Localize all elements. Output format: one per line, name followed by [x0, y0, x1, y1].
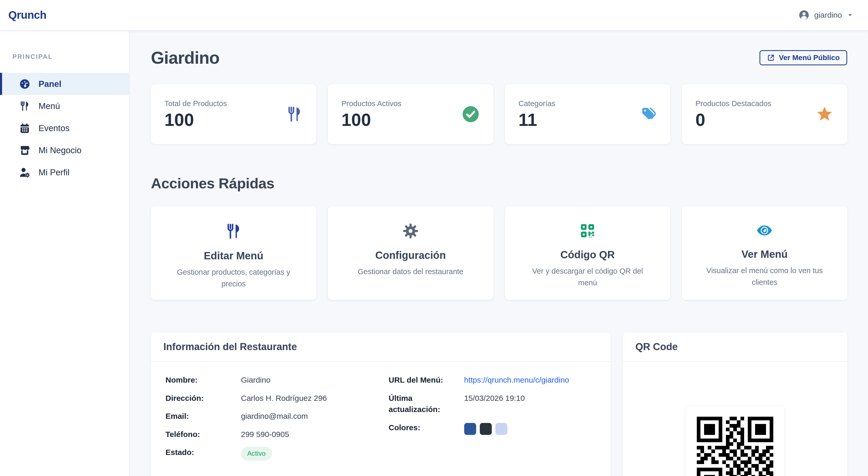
- sidebar-item-mi-perfil[interactable]: Mi Perfil: [0, 161, 129, 183]
- action-card-ver-menu[interactable]: Ver Menú Visualizar el menú como lo ven …: [682, 206, 847, 300]
- action-subtitle: Ver y descargar el código QR del menú: [523, 265, 653, 289]
- stat-label: Total de Productos: [164, 99, 227, 108]
- qr-code-heading: QR Code: [636, 341, 835, 352]
- action-title: Código QR: [560, 249, 615, 261]
- action-card-configuracion[interactable]: Configuración Gestionar datos del restau…: [328, 206, 493, 300]
- sidebar-item-eventos[interactable]: Eventos: [0, 117, 129, 139]
- info-column-left: Nombre: Giardino Dirección: Carlos H. Ro…: [165, 374, 373, 461]
- sidebar-item-label: Mi Negocio: [38, 146, 82, 155]
- sidebar-section-label: PRINCIPAL: [0, 53, 129, 60]
- sidebar-item-label: Menú: [38, 101, 60, 111]
- info-row-ultima-actualizacion: Última actualización: 15/03/2026 19:10: [389, 392, 596, 415]
- sidebar-item-mi-negocio[interactable]: Mi Negocio: [0, 139, 129, 161]
- stat-value: 0: [695, 110, 772, 129]
- qr-code-image: [697, 417, 773, 476]
- restaurant-info-panel: Información del Restaurante Nombre: Giar…: [151, 332, 611, 476]
- restaurant-info-heading: Información del Restaurante: [163, 341, 598, 352]
- action-card-codigo-qr[interactable]: Código QR Ver y descargar el código QR d…: [505, 206, 670, 300]
- gear-icon: [402, 222, 419, 240]
- stat-label: Productos Activos: [341, 99, 401, 108]
- sidebar-item-menu[interactable]: Menú: [0, 95, 129, 117]
- status-badge: Activo: [241, 447, 272, 461]
- qrcode-icon: [579, 222, 596, 239]
- page-title: Giardino: [151, 48, 219, 68]
- tags-icon: [641, 106, 657, 123]
- color-swatch: [464, 423, 476, 435]
- stat-card-productos-activos: Productos Activos 100: [328, 84, 493, 144]
- stat-label: Categorías: [519, 99, 556, 108]
- info-row-url-menu: URL del Menú: https://qrunch.menu/c/giar…: [389, 374, 596, 386]
- sidebar: PRINCIPAL Panel: [0, 31, 130, 476]
- sidebar-item-panel[interactable]: Panel: [0, 73, 129, 95]
- qr-code-panel: QR Code: [623, 332, 847, 476]
- menu-url-link[interactable]: https://qrunch.menu/c/giardino: [464, 376, 569, 384]
- stats-row: Total de Productos 100 Productos Activ: [151, 84, 847, 144]
- info-row-email: Email: giardino@mail.com: [165, 410, 373, 422]
- main-content: Giardino Ver Menú Público Total de Produ…: [130, 31, 868, 476]
- eye-icon: [755, 222, 774, 239]
- stat-label: Productos Destacados: [695, 99, 772, 108]
- sidebar-item-label: Mi Perfil: [38, 167, 69, 178]
- color-swatch: [495, 423, 507, 435]
- info-row-estado: Estado: Activo: [165, 447, 373, 461]
- view-public-menu-label: Ver Menú Público: [779, 54, 840, 62]
- user-gear-icon: [19, 167, 31, 178]
- stat-card-total-productos: Total de Productos 100: [151, 84, 316, 144]
- calendar-icon: [19, 123, 31, 134]
- utensils-icon: [286, 105, 303, 123]
- action-card-editar-menu[interactable]: Editar Menú Gestionar productos, categor…: [151, 206, 316, 300]
- color-swatches: [464, 423, 507, 435]
- user-menu-label: giardino: [814, 11, 842, 20]
- info-column-right: URL del Menú: https://qrunch.menu/c/giar…: [389, 374, 596, 461]
- top-bar: Qrunch giardino: [0, 0, 868, 31]
- sidebar-item-label: Eventos: [38, 123, 69, 133]
- store-icon: [19, 145, 31, 156]
- person-circle-icon: [799, 10, 809, 21]
- brand-logo[interactable]: Qrunch: [8, 9, 46, 21]
- external-link-icon: [767, 54, 775, 62]
- action-subtitle: Gestionar productos, categorías y precio…: [168, 266, 299, 290]
- stat-card-productos-destacados: Productos Destacados 0: [682, 84, 847, 144]
- utensils-icon: [225, 222, 242, 240]
- color-swatch: [480, 423, 492, 435]
- info-row-nombre: Nombre: Giardino: [165, 374, 373, 386]
- check-circle-icon: [462, 105, 480, 123]
- info-row-direccion: Dirección: Carlos H. Rodríguez 296: [165, 392, 373, 404]
- quick-actions-row: Editar Menú Gestionar productos, categor…: [151, 206, 847, 300]
- sidebar-item-label: Panel: [38, 79, 61, 89]
- stat-value: 100: [341, 110, 401, 129]
- star-icon: [815, 105, 834, 123]
- action-subtitle: Visualizar el menú como lo ven tus clien…: [700, 265, 830, 288]
- quick-actions-heading: Acciones Rápidas: [151, 175, 847, 192]
- gauge-icon: [19, 78, 31, 90]
- utensils-icon: [19, 100, 31, 112]
- user-menu[interactable]: giardino: [799, 10, 854, 21]
- info-row-telefono: Teléfono: 299 590-0905: [165, 429, 373, 440]
- action-title: Ver Menú: [741, 248, 787, 260]
- action-subtitle: Gestionar datos del restaurante: [358, 266, 463, 278]
- stat-card-categorias: Categorías 11: [505, 84, 670, 144]
- stat-value: 11: [519, 110, 556, 129]
- info-row-colores: Colores:: [389, 422, 596, 435]
- caret-down-icon: [847, 12, 854, 19]
- stat-value: 100: [164, 110, 227, 129]
- action-title: Configuración: [375, 249, 446, 261]
- view-public-menu-button[interactable]: Ver Menú Público: [760, 50, 847, 65]
- action-title: Editar Menú: [204, 250, 263, 262]
- qr-code-card: [686, 406, 784, 476]
